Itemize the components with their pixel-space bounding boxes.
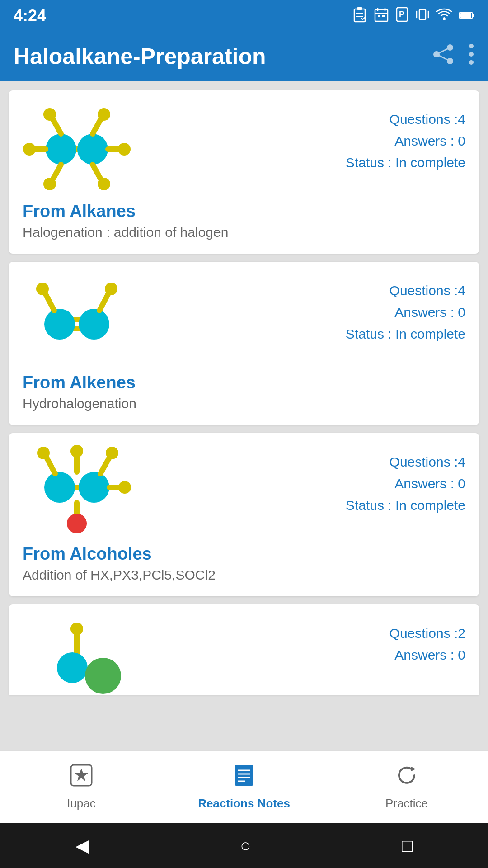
molecule-alkene: [23, 275, 131, 366]
status-alkanes: Status : In complete: [346, 152, 465, 174]
svg-point-44: [118, 143, 131, 156]
card-top-alkenes: Questions :4 Answers : 0 Status : In com…: [23, 275, 465, 366]
svg-marker-77: [411, 767, 416, 771]
svg-point-61: [106, 447, 118, 459]
card-top-alkanes: Questions :4 Answers : 0 Status : In com…: [23, 104, 465, 194]
bottom-nav: Iupac Reactions Notes Practice: [0, 750, 488, 823]
svg-point-34: [43, 108, 56, 121]
parking-icon: P: [396, 7, 408, 25]
card-partial-top: Questions :2 Answers : 0: [23, 618, 465, 695]
card-subtitle-alkanes: Halogenation : addition of halogen: [23, 225, 465, 240]
svg-line-60: [100, 458, 109, 474]
svg-line-25: [436, 47, 450, 54]
svg-point-50: [36, 283, 49, 295]
svg-rect-5: [375, 9, 388, 21]
status-icons: P: [352, 6, 474, 26]
questions-alkanes: Questions :4: [346, 108, 465, 130]
status-bar: 4:24: [0, 0, 488, 32]
nav-label-iupac: Iupac: [67, 797, 96, 811]
molecule-partial: [23, 618, 131, 695]
card-stats-alkenes: Questions :4 Answers : 0 Status : In com…: [346, 275, 465, 345]
recent-button[interactable]: □: [402, 835, 413, 856]
share-icon[interactable]: [432, 43, 455, 70]
svg-point-65: [67, 514, 87, 533]
svg-point-18: [443, 18, 446, 20]
svg-point-42: [98, 178, 110, 190]
home-button[interactable]: ○: [240, 835, 251, 856]
svg-rect-72: [235, 765, 253, 786]
card-subtitle-alcoholes: Addition of HX,PX3,PCl5,SOCl2: [23, 567, 465, 583]
nav-item-reactions-notes[interactable]: Reactions Notes: [163, 763, 325, 811]
app-bar-actions: [432, 43, 474, 70]
card-top-alcoholes: Questions :4 Answers : 0 Status : In com…: [23, 447, 465, 537]
card-from-alcoholes[interactable]: Questions :4 Answers : 0 Status : In com…: [9, 433, 479, 596]
svg-line-51: [99, 293, 108, 311]
card-from-alkenes[interactable]: Questions :4 Answers : 0 Status : In com…: [9, 262, 479, 425]
card-stats-partial: Questions :2 Answers : 0: [389, 618, 465, 666]
nav-label-practice: Practice: [385, 797, 428, 811]
card-stats-alcoholes: Questions :4 Answers : 0 Status : In com…: [346, 447, 465, 516]
svg-rect-1: [357, 7, 362, 10]
card-from-alkanes[interactable]: Questions :4 Answers : 0 Status : In com…: [9, 90, 479, 254]
svg-rect-21: [472, 14, 474, 17]
svg-point-47: [44, 309, 75, 340]
questions-alcoholes: Questions :4: [346, 451, 465, 473]
molecule-alkane: [23, 104, 131, 194]
svg-line-35: [52, 165, 61, 181]
svg-line-39: [93, 118, 102, 134]
svg-line-26: [436, 54, 450, 61]
svg-point-28: [469, 52, 474, 57]
svg-point-69: [85, 658, 121, 694]
answers-partial: Answers : 0: [389, 644, 465, 666]
svg-point-52: [105, 283, 117, 295]
vibrate-icon: [416, 7, 429, 25]
answers-alkanes: Answers : 0: [346, 130, 465, 152]
svg-text:P: P: [399, 10, 404, 19]
nav-item-iupac[interactable]: Iupac: [0, 763, 163, 811]
svg-point-59: [70, 445, 83, 458]
svg-point-38: [23, 143, 36, 156]
card-partial[interactable]: Questions :2 Answers : 0: [9, 604, 479, 695]
card-title-alkenes: From Alkenes: [23, 373, 465, 392]
answers-alkenes: Answers : 0: [346, 302, 465, 323]
battery-icon: [459, 9, 474, 23]
card-stats-alkanes: Questions :4 Answers : 0 Status : In com…: [346, 104, 465, 174]
svg-point-27: [469, 44, 474, 48]
svg-line-49: [45, 293, 54, 311]
svg-point-67: [70, 623, 83, 635]
calendar-icon: [374, 7, 389, 25]
svg-point-57: [37, 447, 50, 459]
svg-point-63: [118, 481, 131, 494]
back-button[interactable]: ◀: [75, 835, 89, 856]
status-alcoholes: Status : In complete: [346, 495, 465, 516]
refresh-icon: [394, 763, 419, 793]
svg-point-29: [469, 60, 474, 65]
card-title-alcoholes: From Alcoholes: [23, 544, 465, 564]
wifi-icon: [436, 8, 452, 24]
content: Questions :4 Answers : 0 Status : In com…: [0, 81, 488, 750]
app-bar-title: Haloalkane-Preparation: [14, 43, 266, 70]
svg-line-41: [93, 165, 102, 181]
svg-point-55: [79, 472, 109, 503]
questions-alkenes: Questions :4: [346, 280, 465, 302]
clipboard-icon: [352, 6, 367, 26]
svg-rect-13: [419, 9, 426, 19]
svg-point-48: [79, 309, 109, 340]
app-bar: Haloalkane-Preparation: [0, 32, 488, 81]
status-alkenes: Status : In complete: [346, 323, 465, 345]
svg-point-36: [43, 178, 56, 190]
svg-rect-10: [382, 15, 385, 17]
star-icon: [69, 763, 94, 793]
molecule-alcohol: [23, 447, 131, 537]
svg-rect-9: [378, 15, 380, 17]
svg-point-40: [98, 108, 110, 121]
card-title-alkanes: From Alkanes: [23, 202, 465, 221]
nav-item-practice[interactable]: Practice: [325, 763, 488, 811]
card-subtitle-alkenes: Hydrohalogenation: [23, 396, 465, 411]
svg-marker-71: [75, 769, 88, 781]
svg-point-54: [44, 472, 75, 503]
more-icon[interactable]: [468, 43, 474, 70]
status-time: 4:24: [14, 6, 46, 25]
nav-label-reactions-notes: Reactions Notes: [198, 797, 290, 811]
svg-rect-0: [354, 9, 365, 22]
